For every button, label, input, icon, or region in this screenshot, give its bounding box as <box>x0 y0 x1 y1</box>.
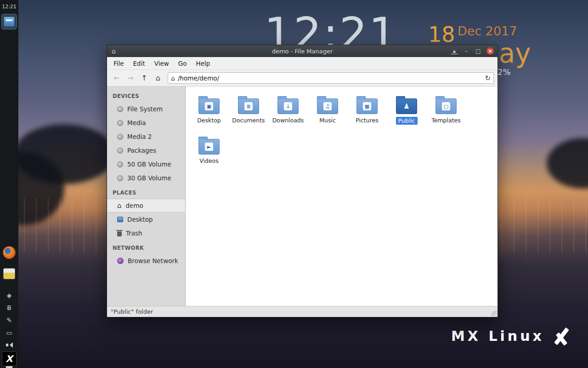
statusbar: "Public" folder <box>107 306 498 317</box>
video-emblem-icon: ► <box>205 143 213 151</box>
shade-button[interactable]: ▲ <box>451 48 458 54</box>
trash-icon <box>117 231 122 236</box>
path-text[interactable]: /home/demo/ <box>178 75 482 82</box>
desktop-weekday: ay <box>499 38 531 69</box>
close-button[interactable]: × <box>486 47 494 55</box>
folder-label: Public <box>396 117 418 125</box>
sidebar-item-desktop[interactable]: Desktop <box>107 213 185 226</box>
sidebar-item-media[interactable]: Media <box>107 116 185 130</box>
menu-go[interactable]: Go <box>174 58 192 69</box>
public-person-emblem-icon: ♟ <box>402 102 411 110</box>
document-emblem-icon: ≣ <box>244 102 253 110</box>
firefox-icon <box>3 246 16 259</box>
file-manager-icon <box>4 17 15 27</box>
folder-videos[interactable]: ► Videos <box>189 133 229 174</box>
tree-silhouette <box>547 138 588 189</box>
sidebar: DEVICES File System Media Media 2 Packag… <box>107 86 186 306</box>
mx-linux-branding: MX Linux <box>451 328 571 344</box>
sidebar-item-file-system[interactable]: File System <box>107 102 185 116</box>
menu-help[interactable]: Help <box>192 58 215 69</box>
mx-menu-icon: X <box>6 353 12 364</box>
up-button[interactable]: ↑ <box>138 72 150 84</box>
template-emblem-icon: ▢ <box>442 102 450 110</box>
titlebar[interactable]: ⌂ demo - File Manager ▲ – □ × <box>107 45 498 57</box>
volume-icon[interactable] <box>5 341 13 349</box>
desktop-date-month: Dec 2017 <box>458 24 517 38</box>
folder-documents[interactable]: ≣ Documents <box>229 93 268 133</box>
menu-view[interactable]: View <box>150 58 174 69</box>
places-header: PLACES <box>107 185 185 199</box>
desktop-icon <box>117 217 123 222</box>
sidebar-item-label: Browse Network <box>128 257 178 264</box>
drive-icon <box>117 134 123 140</box>
home-button[interactable]: ⌂ <box>152 72 164 84</box>
folder-templates[interactable]: ▢ Templates <box>426 93 466 133</box>
sidebar-item-label: demo <box>126 202 143 209</box>
notes-app-icon[interactable] <box>3 268 15 279</box>
folder-label: Templates <box>431 117 461 124</box>
folder-label: Music <box>319 117 336 124</box>
menu-edit[interactable]: Edit <box>129 58 150 69</box>
folder-label: Desktop <box>197 117 221 124</box>
picture-emblem-icon: ▦ <box>363 102 371 110</box>
forward-button[interactable]: → <box>124 72 136 84</box>
screen-icon[interactable]: ▭ <box>5 328 13 337</box>
folder-icon: ► <box>198 139 220 155</box>
resize-grip[interactable] <box>492 311 497 316</box>
folder-icon: ♫ <box>317 98 338 114</box>
sidebar-item-30gb-volume[interactable]: 30 GB Volume <box>107 171 185 185</box>
files-grid[interactable]: ▣ Desktop ≣ Documents ↓ Downloads <box>186 86 498 306</box>
files-area: ▣ Desktop ≣ Documents ↓ Downloads <box>186 86 498 306</box>
drive-icon <box>117 148 123 154</box>
minimize-button[interactable]: – <box>463 47 470 55</box>
sidebar-item-50gb-volume[interactable]: 50 GB Volume <box>107 157 185 171</box>
reload-icon[interactable]: ↻ <box>485 74 491 82</box>
titlebar-buttons: ▲ – □ × <box>451 47 494 55</box>
folder-pictures[interactable]: ▦ Pictures <box>347 93 387 133</box>
sidebar-item-trash[interactable]: Trash <box>107 226 185 240</box>
drive-icon <box>117 106 123 112</box>
file-manager-window: ⌂ demo - File Manager ▲ – □ × File Edit … <box>107 45 498 317</box>
mx-linux-x-icon <box>551 328 571 344</box>
path-bar[interactable]: ⌂ /home/demo/ ↻ <box>168 72 494 84</box>
folder-label: Pictures <box>356 117 379 124</box>
folder-music[interactable]: ♫ Music <box>308 93 347 133</box>
sidebar-item-demo[interactable]: ⌂ demo <box>107 199 185 213</box>
devices-header: DEVICES <box>107 88 185 102</box>
taskbar-indicator[interactable] <box>6 366 12 368</box>
sidebar-item-packages[interactable]: Packages <box>107 144 185 157</box>
drive-icon <box>117 161 123 167</box>
folder-desktop[interactable]: ▣ Desktop <box>189 93 229 133</box>
network-header: NETWORK <box>107 240 185 254</box>
home-icon: ⌂ <box>117 201 122 210</box>
bluetooth-icon[interactable]: Ƀ <box>5 304 13 312</box>
window-body: DEVICES File System Media Media 2 Packag… <box>107 86 498 306</box>
maximize-button[interactable]: □ <box>475 47 482 55</box>
back-button[interactable]: ← <box>111 72 123 84</box>
sidebar-item-media-2[interactable]: Media 2 <box>107 130 185 144</box>
folder-label: Videos <box>199 157 219 164</box>
path-home-icon: ⌂ <box>171 75 175 82</box>
menubar: File Edit View Go Help <box>107 57 498 70</box>
desktop-date-day: 18 <box>428 22 455 47</box>
sidebar-item-label: Packages <box>127 147 156 154</box>
drive-icon <box>117 120 123 126</box>
file-manager-launcher[interactable] <box>2 14 17 29</box>
firefox-launcher[interactable] <box>2 245 17 260</box>
clipboard-icon[interactable]: ✎ <box>5 316 13 324</box>
package-manager-icon[interactable]: ◈ <box>5 291 13 299</box>
menu-file[interactable]: File <box>109 58 129 69</box>
folder-icon: ↓ <box>277 98 299 114</box>
drive-icon <box>117 175 123 181</box>
folder-downloads[interactable]: ↓ Downloads <box>268 93 308 133</box>
sidebar-item-label: 50 GB Volume <box>127 161 171 168</box>
folder-label: Documents <box>232 117 265 124</box>
panel-clock: 12:21 <box>2 0 17 14</box>
folder-label: Downloads <box>272 117 304 124</box>
mx-menu-button[interactable]: X <box>2 351 17 366</box>
folder-public[interactable]: ♟ Public <box>387 93 426 133</box>
sidebar-item-browse-network[interactable]: Browse Network <box>107 254 185 268</box>
download-emblem-icon: ↓ <box>284 102 292 110</box>
sidebar-item-label: 30 GB Volume <box>127 174 171 182</box>
sidebar-item-label: Desktop <box>127 216 153 223</box>
